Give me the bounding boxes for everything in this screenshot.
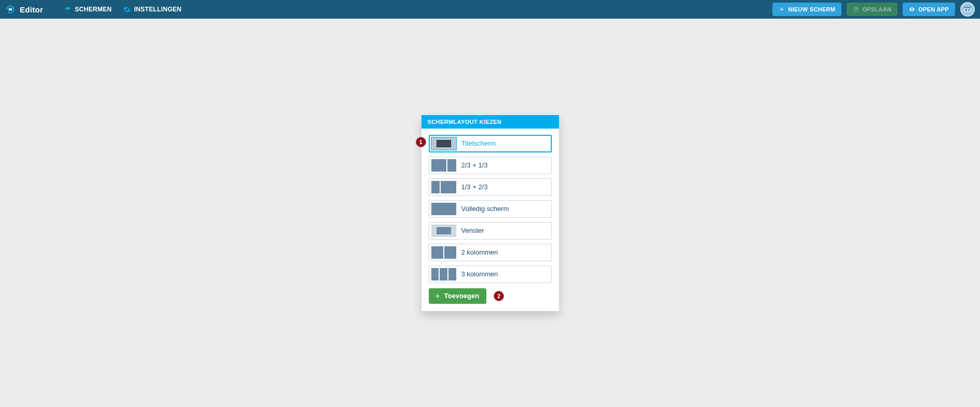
thumb-2-3-1-3-icon: [431, 159, 456, 172]
add-button[interactable]: Toevoegen: [429, 288, 487, 304]
avatar[interactable]: [960, 2, 975, 17]
layout-option-label: Titelscherm: [461, 139, 496, 147]
layout-option-2-3-1-3[interactable]: 2/3 + 1/3: [429, 157, 552, 174]
thumb-2cols-icon: [431, 246, 456, 259]
editor-canvas: 1 SCHERMLAYOUT KIEZEN Titelscherm 2/3 + …: [0, 19, 980, 407]
svg-rect-4: [965, 9, 967, 11]
save-label: OPSLAAN: [862, 6, 891, 12]
eye-icon: [909, 6, 915, 12]
open-app-label: OPEN APP: [918, 6, 949, 12]
svg-rect-5: [968, 9, 970, 11]
svg-rect-1: [9, 8, 12, 9]
callout-2: 2: [494, 291, 504, 301]
plus-icon: [434, 292, 441, 300]
thumb-3cols-icon: [431, 268, 456, 280]
plus-icon: [779, 6, 785, 12]
app-title: Editor: [20, 5, 43, 14]
svg-rect-3: [964, 7, 971, 8]
topbar-actions: NIEUW SCHERM OPSLAAN OPEN APP: [772, 2, 975, 17]
layout-option-window[interactable]: Venster: [429, 222, 552, 240]
layers-icon: [64, 6, 72, 13]
save-button: OPSLAAN: [847, 3, 897, 16]
layout-options: Titelscherm 2/3 + 1/3 1/3 + 2/3 Volledig…: [421, 129, 559, 288]
add-button-label: Toevoegen: [444, 292, 480, 300]
nav-schermen[interactable]: SCHERMEN: [64, 6, 112, 13]
layout-option-1-3-2-3[interactable]: 1/3 + 2/3: [429, 178, 552, 196]
nav-schermen-label: SCHERMEN: [75, 6, 112, 13]
avatar-icon: [962, 4, 973, 15]
layout-option-label: Venster: [461, 227, 484, 234]
layout-option-label: 3 kolommen: [461, 270, 498, 278]
layout-option-label: 1/3 + 2/3: [461, 183, 488, 191]
thumb-full-icon: [431, 203, 456, 215]
gear-icon: [123, 6, 131, 13]
nav-instellingen-label: INSTELLINGEN: [134, 6, 182, 13]
callout-1: 1: [416, 137, 426, 147]
layout-option-label: 2/3 + 1/3: [461, 161, 488, 169]
nav-instellingen[interactable]: INSTELLINGEN: [123, 6, 182, 13]
new-screen-button[interactable]: NIEUW SCHERM: [772, 3, 841, 16]
thumb-window-icon: [431, 224, 456, 237]
save-icon: [853, 6, 859, 12]
app-logo: Editor: [5, 4, 43, 15]
topbar: Editor SCHERMEN INSTELLINGEN NIEUW SCHER…: [0, 0, 980, 19]
layout-option-2cols[interactable]: 2 kolommen: [429, 244, 552, 261]
nav: SCHERMEN INSTELLINGEN: [64, 6, 182, 13]
layout-option-titelscherm[interactable]: Titelscherm: [429, 135, 552, 152]
new-screen-label: NIEUW SCHERM: [788, 6, 835, 12]
thumb-titelscherm-icon: [431, 137, 456, 150]
logo-icon: [5, 4, 16, 15]
thumb-1-3-2-3-icon: [431, 181, 456, 193]
layout-chooser-modal: 1 SCHERMLAYOUT KIEZEN Titelscherm 2/3 + …: [421, 115, 559, 311]
layout-option-full[interactable]: Volledig scherm: [429, 200, 552, 218]
modal-title: SCHERMLAYOUT KIEZEN: [421, 115, 559, 129]
layout-option-label: 2 kolommen: [461, 248, 498, 256]
modal-footer: Toevoegen 2: [421, 288, 559, 304]
layout-option-label: Volledig scherm: [461, 205, 509, 213]
open-app-button[interactable]: OPEN APP: [903, 3, 955, 16]
layout-option-3cols[interactable]: 3 kolommen: [429, 265, 552, 283]
